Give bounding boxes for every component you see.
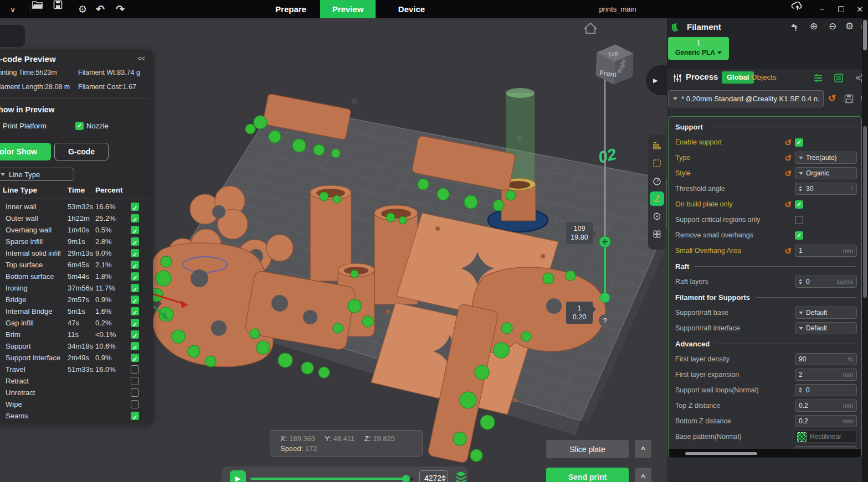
home-icon[interactable] <box>584 23 597 33</box>
remove-small-overhangs-checkbox[interactable]: ✓ <box>795 231 803 240</box>
view-cube[interactable]: Top Front Right <box>596 45 633 84</box>
row-visibility-checkbox[interactable] <box>131 400 139 408</box>
support-wall-loops-input[interactable]: 0 <box>795 384 857 396</box>
reset-icon[interactable]: ↺ <box>784 138 792 147</box>
settings-gear-icon[interactable]: ⚙ <box>75 0 90 18</box>
setting-row: Raft layers 0 layers <box>669 274 861 289</box>
reset-icon[interactable]: ↺ <box>784 154 792 162</box>
row-visibility-checkbox[interactable]: ✓ <box>131 296 139 304</box>
row-visibility-checkbox[interactable]: ✓ <box>131 284 139 292</box>
move-slider[interactable] <box>250 478 414 480</box>
support-type-select[interactable]: Tree(auto) <box>795 152 857 164</box>
collapsed-panel-stub[interactable] <box>0 25 25 47</box>
row-visibility-checkbox[interactable] <box>131 388 139 397</box>
send-print-button[interactable]: Send print <box>546 468 629 482</box>
nozzle-checkbox[interactable]: ✓ <box>75 122 84 130</box>
tab-preview[interactable]: Preview <box>320 0 376 18</box>
slice-options-button[interactable]: ^ <box>635 440 651 458</box>
reset-icon[interactable]: ↺ <box>784 169 792 178</box>
slice-plate-button[interactable]: Slice plate <box>546 440 629 458</box>
maximize-button[interactable] <box>833 0 849 18</box>
row-visibility-checkbox[interactable]: ✓ <box>131 272 139 281</box>
param-list-icon[interactable] <box>813 74 823 82</box>
redo-icon[interactable]: ↷ <box>113 0 127 18</box>
preset-dropdown[interactable]: * 0.20mm Standard @Creality K1 SE 0.4 n.… <box>668 90 824 107</box>
close-button[interactable]: × <box>852 0 867 18</box>
layers-icon[interactable] <box>455 471 467 482</box>
support-icon <box>653 194 661 203</box>
row-visibility-checkbox[interactable]: ✓ <box>131 342 139 350</box>
row-visibility-checkbox[interactable]: ✓ <box>131 214 139 222</box>
tab-global[interactable]: Global <box>722 71 754 84</box>
scrollbar-thumb[interactable] <box>863 126 867 298</box>
undo-icon[interactable]: ↶ <box>93 0 107 18</box>
bottom-z-distance-input[interactable]: 0.2mm <box>795 415 857 427</box>
open-folder-icon[interactable] <box>32 0 47 18</box>
row-visibility-checkbox[interactable] <box>131 365 139 374</box>
help-button[interactable]: ? <box>599 314 611 326</box>
param-table-icon[interactable] <box>834 74 844 82</box>
tab-prepare[interactable]: Prepare <box>271 0 310 18</box>
tool-line-type[interactable] <box>650 138 664 153</box>
tool-selection-box[interactable] <box>650 156 664 170</box>
setting-row: Support critical regions only <box>669 212 861 227</box>
scrollbar-thumb[interactable] <box>863 20 867 50</box>
first-layer-density-input[interactable]: 90% <box>795 353 857 365</box>
row-visibility-checkbox[interactable]: ✓ <box>131 319 139 327</box>
faucet-icon[interactable] <box>790 22 800 32</box>
table-row: Ironing37m56s11.7%✓ <box>0 282 153 294</box>
row-visibility-checkbox[interactable]: ✓ <box>131 203 139 211</box>
on-build-plate-checkbox[interactable]: ✓ <box>795 200 803 209</box>
row-visibility-checkbox[interactable]: ✓ <box>131 330 139 339</box>
top-z-distance-input[interactable]: 0.2mm <box>795 400 857 412</box>
critical-regions-checkbox[interactable] <box>795 216 803 224</box>
row-visibility-checkbox[interactable]: ✓ <box>131 412 139 420</box>
tab-objects[interactable]: Objects <box>751 71 777 84</box>
tool-multi-plate[interactable] <box>650 227 664 241</box>
vertical-scrollbar[interactable] <box>862 18 868 482</box>
filament-settings-icon[interactable]: ⚙ <box>845 20 854 32</box>
line-type-dropdown[interactable]: Line Type <box>0 168 74 181</box>
add-filament-icon[interactable]: ⊕ <box>810 20 818 32</box>
remove-filament-icon[interactable]: ⊖ <box>829 20 836 32</box>
move-count-spinner[interactable]: 4272 <box>419 470 448 482</box>
base-pattern-select[interactable]: Rectilinear <box>795 431 857 443</box>
row-visibility-checkbox[interactable]: ✓ <box>131 261 139 269</box>
raft-layers-input[interactable]: 0 layers <box>795 276 857 288</box>
tool-seam[interactable] <box>650 209 664 224</box>
row-visibility-checkbox[interactable]: ✓ <box>131 226 139 234</box>
support-raft-interface-select[interactable]: Default <box>795 322 857 334</box>
reset-icon[interactable]: ↺ <box>784 200 792 209</box>
row-visibility-checkbox[interactable] <box>131 377 139 385</box>
send-options-button[interactable]: ^ <box>635 468 651 482</box>
collapse-button[interactable]: << <box>137 54 145 63</box>
play-button[interactable]: ▶ <box>230 470 246 482</box>
row-visibility-checkbox[interactable]: ✓ <box>131 354 139 362</box>
layer-slider-bottom-handle[interactable] <box>600 293 610 303</box>
threshold-angle-input[interactable]: 30 ° <box>795 183 857 195</box>
cloud-upload-icon[interactable] <box>791 0 807 18</box>
small-overhang-input[interactable]: 1 mm <box>795 245 857 257</box>
row-visibility-checkbox[interactable]: ✓ <box>131 307 139 315</box>
support-style-select[interactable]: Organic <box>795 167 857 179</box>
menu-chevron-icon[interactable]: ∨ <box>6 0 20 18</box>
save-icon[interactable] <box>53 0 68 18</box>
preset-reset-icon[interactable]: ↺ <box>828 94 836 103</box>
save-preset-icon[interactable] <box>844 94 854 103</box>
enable-support-checkbox[interactable]: ✓ <box>795 138 803 147</box>
tool-support[interactable] <box>650 191 664 206</box>
row-visibility-checkbox[interactable]: ✓ <box>131 249 139 257</box>
row-visibility-checkbox[interactable]: ✓ <box>131 237 139 246</box>
tab-device[interactable]: Device <box>392 0 431 18</box>
minimize-button[interactable]: − <box>814 0 830 18</box>
horizontal-scrollbar[interactable] <box>669 449 861 458</box>
support-raft-base-select[interactable]: Default <box>795 307 857 319</box>
setting-row: First layer expansion 2mm <box>669 367 861 382</box>
move-slider-handle[interactable] <box>402 475 410 482</box>
reset-icon[interactable]: ↺ <box>784 247 792 255</box>
first-layer-expansion-input[interactable]: 2mm <box>795 369 857 381</box>
filament-slot-button[interactable]: 1 Generic PLA <box>668 37 729 60</box>
color-show-button[interactable]: Color Show <box>0 143 51 160</box>
tool-speed[interactable] <box>650 174 664 188</box>
gcode-button[interactable]: G-code <box>54 143 109 160</box>
